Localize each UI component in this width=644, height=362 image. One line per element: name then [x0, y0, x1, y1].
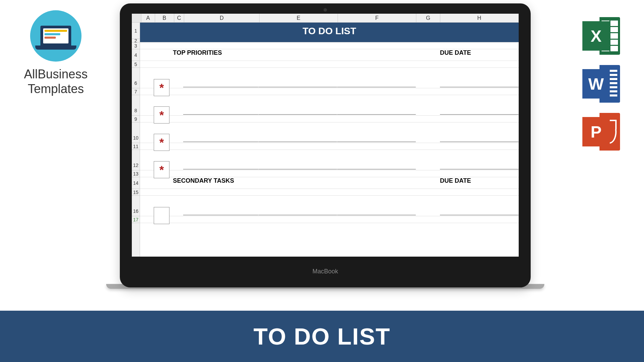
due-date-label-1: DUE DATE — [440, 49, 519, 61]
brand-name: AllBusiness Templates — [24, 67, 88, 96]
row-header-11[interactable]: 11 — [132, 143, 140, 150]
word-letter: W — [582, 69, 610, 99]
row-header-9[interactable]: 9 — [132, 116, 140, 122]
row-16-secondary[interactable] — [140, 196, 519, 216]
row-headers: 1 2 3 4 5 6 7 8 9 10 11 12 13 14 15 16 1 — [132, 23, 140, 257]
row-header-12[interactable]: 12 — [132, 150, 140, 170]
priority-checkbox-3[interactable]: * — [154, 134, 169, 151]
row-8-priority[interactable]: * — [140, 95, 519, 116]
powerpoint-icon: P — [582, 113, 620, 151]
task-field-1b[interactable] — [258, 87, 337, 87]
col-header-E[interactable]: E — [260, 14, 338, 22]
row-header-7[interactable]: 7 — [132, 88, 140, 95]
asterisk-icon: * — [159, 164, 164, 176]
laptop-screen: A B C D E F G H 1 2 3 4 5 6 7 8 — [132, 14, 519, 257]
excel-icon: X — [582, 17, 620, 55]
sheet-title: TO DO LIST — [140, 23, 519, 42]
row-14[interactable]: SECONDARY TASKS DUE DATE — [140, 177, 519, 189]
row-11[interactable] — [140, 143, 519, 150]
row-header-13[interactable]: 13 — [132, 170, 140, 177]
row-header-1[interactable]: 1 — [132, 23, 140, 39]
ppt-letter: P — [582, 117, 610, 146]
row-13[interactable] — [140, 170, 519, 177]
row-12-priority[interactable]: * — [140, 150, 519, 170]
laptop-label: MacBook — [312, 268, 338, 275]
select-all-corner[interactable] — [132, 14, 141, 22]
due-field-2[interactable] — [440, 114, 519, 115]
col-header-H[interactable]: H — [440, 14, 519, 22]
priority-checkbox-2[interactable]: * — [154, 106, 169, 124]
task-field-1c[interactable] — [337, 87, 416, 87]
camera-icon — [324, 8, 327, 12]
row-header-10[interactable]: 10 — [132, 122, 140, 143]
row-3[interactable] — [140, 42, 519, 49]
spreadsheet: A B C D E F G H 1 2 3 4 5 6 7 8 — [132, 14, 519, 257]
row-6-priority[interactable]: * — [140, 68, 519, 88]
top-priorities-label: TOP PRIORITIES — [154, 49, 337, 61]
row-header-2[interactable]: 2 — [132, 39, 140, 42]
word-icon: W — [582, 65, 620, 103]
row-9[interactable] — [140, 116, 519, 122]
due-field-3[interactable] — [440, 142, 519, 142]
app-icons-column: X W P — [582, 17, 620, 151]
row-header-5[interactable]: 5 — [132, 61, 140, 68]
laptop-frame: A B C D E F G H 1 2 3 4 5 6 7 8 — [120, 3, 531, 287]
excel-letter: X — [582, 21, 610, 51]
row-header-15[interactable]: 15 — [132, 189, 140, 196]
col-header-D[interactable]: D — [184, 14, 259, 22]
priority-checkbox-1[interactable]: * — [154, 79, 169, 96]
asterisk-icon: * — [159, 82, 164, 93]
row-header-6[interactable]: 6 — [132, 68, 140, 88]
col-header-C[interactable]: C — [174, 14, 185, 22]
brand-line1: AllBusiness — [24, 67, 88, 81]
row-5[interactable] — [140, 61, 519, 68]
brand-logo-block: AllBusiness Templates — [24, 10, 88, 96]
secondary-tasks-label: SECONDARY TASKS — [154, 177, 337, 189]
row-header-16[interactable]: 16 — [132, 196, 140, 216]
due-date-label-2: DUE DATE — [440, 177, 519, 189]
row-15[interactable] — [140, 189, 519, 196]
brand-logo-icon — [30, 10, 81, 62]
row-header-14[interactable]: 14 — [132, 177, 140, 189]
secondary-due-field-1[interactable] — [440, 215, 519, 215]
asterisk-icon: * — [159, 109, 164, 121]
row-4[interactable]: TOP PRIORITIES DUE DATE — [140, 49, 519, 61]
priority-checkbox-4[interactable]: * — [154, 161, 169, 178]
col-header-F[interactable]: F — [338, 14, 416, 22]
row-17[interactable] — [140, 216, 519, 223]
due-field-1[interactable] — [440, 87, 519, 87]
row-header-8[interactable]: 8 — [132, 95, 140, 116]
task-field-3[interactable] — [183, 142, 258, 142]
brand-line2: Templates — [28, 82, 84, 96]
row-header-3[interactable]: 3 — [132, 42, 140, 49]
row-10-priority[interactable]: * — [140, 122, 519, 143]
task-field-2[interactable] — [183, 114, 258, 115]
cells-area[interactable]: TO DO LIST TOP PRIORITIES DUE DATE * — [140, 23, 519, 257]
col-header-G[interactable]: G — [416, 14, 440, 22]
task-field-1[interactable] — [183, 87, 258, 87]
secondary-checkbox-1[interactable] — [154, 207, 169, 224]
row-header-4[interactable]: 4 — [132, 49, 140, 61]
column-headers: A B C D E F G H — [132, 14, 519, 23]
due-field-4[interactable] — [440, 169, 519, 169]
asterisk-icon: * — [159, 137, 164, 148]
col-header-B[interactable]: B — [155, 14, 174, 22]
row-header-17[interactable]: 17 — [132, 216, 140, 223]
col-header-A[interactable]: A — [141, 14, 155, 22]
row-7[interactable] — [140, 88, 519, 95]
task-field-4[interactable] — [183, 169, 258, 169]
page-title-banner: TO DO LIST — [0, 311, 644, 362]
secondary-task-field-1[interactable] — [183, 215, 258, 215]
